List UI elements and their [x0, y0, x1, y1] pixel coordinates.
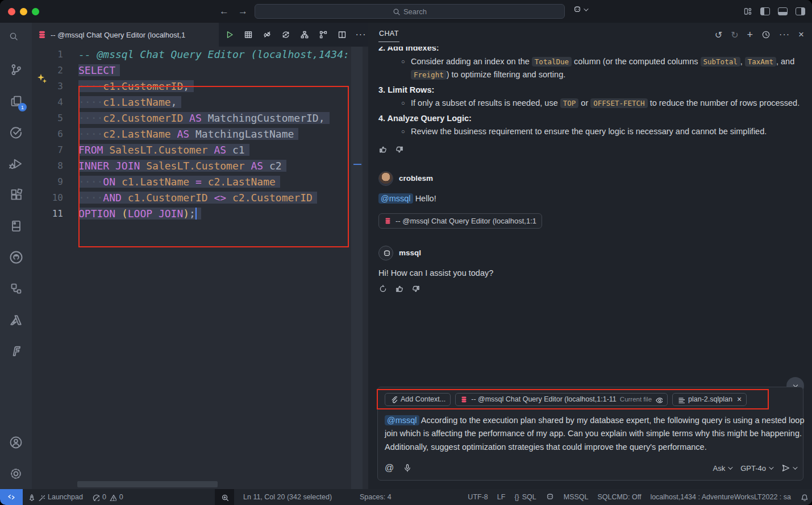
sidebar-item-github[interactable] — [0, 242, 32, 273]
code-line[interactable]: 3····c1.CustomerID, — [32, 78, 368, 94]
sidebar-item-database-projects[interactable] — [0, 210, 32, 242]
chat-input-box[interactable]: Add Context... -- @mssql Chat Query Edit… — [377, 387, 803, 481]
mode-picker[interactable]: Ask — [713, 464, 732, 473]
connection-status[interactable]: localhost,1434 : AdventureWorksLT2022 : … — [646, 493, 796, 501]
code-line[interactable]: 2SELECT — [32, 63, 368, 78]
history-icon[interactable] — [761, 30, 771, 39]
current-file-chip[interactable]: -- @mssql Chat Query Editor (localhost,1… — [455, 393, 668, 406]
close-icon[interactable]: × — [798, 29, 804, 40]
toggle-panel-icon[interactable] — [778, 7, 788, 15]
copilot-sparkle-icon[interactable] — [36, 73, 48, 85]
code-line[interactable]: 11OPTION (LOOP JOIN); — [32, 206, 368, 222]
code-editor[interactable]: 1-- @mssql Chat Query Editor (localhost,… — [32, 47, 368, 489]
copilot-menu-button[interactable] — [573, 5, 587, 14]
launchpad-button[interactable]: Launchpad — [23, 489, 88, 505]
code-line[interactable]: 5····c2.CustomerID AS MatchingCustomerID… — [32, 110, 368, 126]
code-line[interactable]: 8INNER JOIN SalesLT.Customer AS c2 — [32, 158, 368, 174]
model-picker[interactable]: GPT-4o — [740, 464, 772, 473]
notifications-button[interactable] — [796, 494, 812, 501]
retry-icon[interactable] — [378, 284, 388, 293]
code-line[interactable]: 10····AND c1.CustomerID <> c2.CustomerID — [32, 190, 368, 206]
thumbs-down-icon[interactable] — [395, 145, 404, 154]
mention-button[interactable]: @ — [385, 463, 394, 473]
chat-input-text[interactable]: @mssql According to the execution plan s… — [385, 414, 812, 454]
cursor-position[interactable]: Ln 11, Col 20 (342 selected) — [239, 489, 336, 505]
more-icon[interactable]: ··· — [779, 30, 790, 40]
sidebar-item-explorer[interactable]: 1 — [0, 85, 32, 117]
inline-code: OFFSET-FETCH — [590, 98, 647, 108]
line-number: 9 — [32, 174, 78, 190]
toggle-secondary-sidebar-icon[interactable] — [796, 7, 805, 15]
sidebar-item-extensions[interactable] — [0, 179, 32, 210]
message-attachment-chip[interactable]: -- @mssql Chat Query Editor (localhost,1… — [378, 213, 542, 229]
thumbs-down-icon[interactable] — [411, 284, 420, 293]
sidebar-item-object-explorer[interactable] — [0, 273, 32, 304]
language-indicator[interactable]: {}SQL — [510, 493, 540, 501]
minimize-window-button[interactable] — [20, 8, 27, 15]
send-button[interactable] — [781, 463, 796, 473]
text-segment: , — [740, 57, 745, 66]
command-center-search[interactable]: Search — [255, 4, 565, 19]
copilot-status[interactable] — [541, 492, 559, 502]
problems-button[interactable]: 0 0 — [88, 489, 128, 505]
sidebar-item-settings[interactable] — [0, 458, 32, 489]
tab-mssql-chat-query-editor[interactable]: -- @mssql Chat Query Editor (localhost,1 — [32, 23, 219, 47]
editor-horizontal-scrollbar[interactable] — [77, 481, 218, 487]
sidebar-item-accounts[interactable] — [0, 427, 32, 458]
code-line[interactable]: 4····c1.LastName, — [32, 94, 368, 110]
zoom-in-icon — [221, 494, 228, 501]
chevron-down-icon — [728, 465, 732, 469]
remove-attachment-icon[interactable]: × — [737, 395, 742, 404]
navigate-back-icon[interactable]: ← — [219, 6, 229, 17]
indentation-indicator[interactable]: Spaces: 4 — [355, 489, 396, 505]
redo-icon[interactable]: ↻ — [731, 30, 738, 40]
editor-vertical-scrollbar[interactable] — [351, 47, 363, 489]
mention-chip[interactable]: @mssql — [378, 193, 413, 204]
code-token: ···· — [78, 176, 103, 188]
toggle-sidebar-icon[interactable] — [760, 7, 770, 15]
sidebar-item-fabric[interactable] — [0, 336, 32, 367]
disconnect-button[interactable] — [260, 27, 274, 42]
navigate-forward-icon[interactable]: → — [238, 6, 248, 17]
mssql-status[interactable]: MSSQL — [559, 493, 593, 501]
code-line[interactable]: 6····c2.LastName AS MatchingLastName — [32, 126, 368, 142]
zoom-indicator[interactable] — [215, 489, 234, 505]
sqlcmd-status[interactable]: SQLCMD: Off — [593, 493, 646, 501]
customize-layout-icon[interactable] — [743, 7, 752, 16]
thumbs-up-icon[interactable] — [395, 284, 404, 293]
gear-icon — [9, 467, 23, 481]
thumbs-up-icon[interactable] — [378, 145, 388, 154]
sidebar-item-testing[interactable] — [0, 117, 32, 148]
new-chat-icon[interactable]: + — [747, 29, 753, 41]
results-grid-button[interactable] — [241, 27, 256, 42]
code-token: , — [171, 96, 177, 108]
estimated-plan-button[interactable] — [297, 27, 312, 42]
microphone-icon[interactable] — [403, 463, 412, 473]
undo-icon[interactable]: ↺ — [715, 30, 722, 40]
chat-panel-header: CHAT ↺ ↻ + ··· × — [368, 23, 812, 47]
code-token: AND — [103, 192, 122, 204]
encoding-indicator[interactable]: UTF-8 — [463, 493, 492, 501]
close-window-button[interactable] — [8, 8, 15, 15]
zoom-window-button[interactable] — [32, 8, 39, 15]
eye-icon[interactable] — [655, 396, 663, 403]
code-line[interactable]: 7FROM SalesLT.Customer AS c1 — [32, 142, 368, 158]
sidebar-item-run-and-debug[interactable] — [0, 148, 32, 179]
add-context-button[interactable]: Add Context... — [385, 393, 451, 406]
split-editor-button[interactable] — [335, 27, 349, 42]
change-connection-button[interactable] — [278, 27, 293, 42]
actual-plan-button[interactable] — [316, 27, 331, 42]
more-actions-button[interactable]: ··· — [353, 27, 368, 42]
code-line[interactable]: 9····ON c1.LastName = c2.LastName — [32, 174, 368, 190]
sidebar-item-source-control[interactable] — [0, 54, 32, 85]
code-line[interactable]: 1-- @mssql Chat Query Editor (localhost,… — [32, 47, 368, 63]
tab-chat[interactable]: CHAT — [378, 27, 399, 42]
remote-icon — [7, 492, 16, 502]
sidebar-item-azure[interactable] — [0, 304, 32, 336]
eol-indicator[interactable]: LF — [493, 493, 510, 501]
sqlplan-attachment-chip[interactable]: plan-2.sqlplan × — [672, 393, 747, 406]
run-query-button[interactable] — [222, 27, 237, 42]
remote-indicator[interactable] — [0, 489, 23, 505]
code-token: AS — [251, 160, 263, 172]
sidebar-item-search[interactable] — [0, 23, 32, 54]
